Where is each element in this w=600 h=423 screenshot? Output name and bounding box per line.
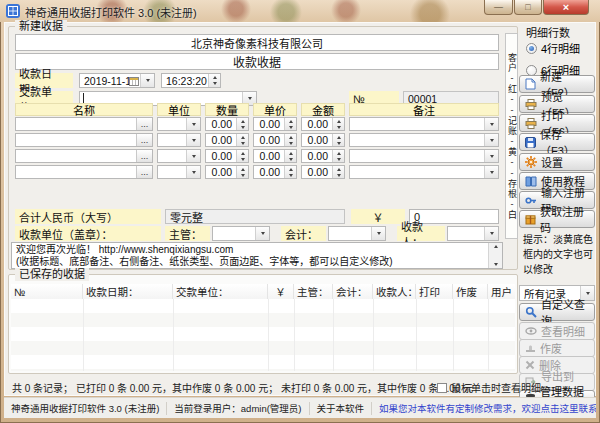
time-spinner[interactable]: 16:23:20: [161, 73, 221, 88]
col-payee[interactable]: 收款人：: [373, 284, 416, 299]
amount-spin-buttons[interactable]: [332, 134, 344, 146]
void-button[interactable]: 作废: [519, 339, 595, 357]
col-payer[interactable]: 交款单位：: [173, 284, 268, 299]
settings-button[interactable]: 设置: [519, 153, 595, 171]
accountant-combobox[interactable]: [328, 226, 386, 241]
unit-combobox[interactable]: [157, 165, 201, 179]
col-no[interactable]: №: [11, 284, 83, 299]
spinner-down-icon: [337, 126, 341, 129]
amount-spin-buttons[interactable]: [332, 166, 344, 178]
footer-note-textarea[interactable]: 欢迎您再次光临！ http://www.shenqixiangsu.com (收…: [11, 242, 503, 269]
saved-table-body[interactable]: [11, 299, 515, 371]
unit-dropdown-button[interactable]: [186, 134, 200, 146]
textarea-scrollbar[interactable]: [488, 243, 502, 268]
maximize-button[interactable]: □: [514, 0, 542, 15]
title-bar[interactable]: 神奇通用收据打印软件 3.0 (未注册) — □ ×: [0, 0, 600, 22]
company-title-input[interactable]: 北京神奇像素科技有限公司: [15, 34, 499, 51]
qty-spinner[interactable]: 0.00: [205, 165, 249, 179]
view-detail-on-click-checkbox[interactable]: 鼠标单击时查看明细: [437, 380, 541, 395]
spinner-down-icon: [337, 174, 341, 177]
qty-spin-buttons[interactable]: [236, 150, 248, 162]
time-spin-buttons[interactable]: [208, 74, 220, 87]
unit-dropdown-button[interactable]: [186, 118, 200, 130]
qty-spinner[interactable]: 0.00: [205, 149, 249, 163]
detail-row: ... 0.00 0.00 0.00: [15, 149, 499, 163]
col-user[interactable]: 用户: [488, 284, 515, 299]
amount-spinner[interactable]: 0.00: [301, 149, 345, 163]
remark-combobox[interactable]: [349, 117, 499, 131]
unit-dropdown-button[interactable]: [186, 150, 200, 162]
accountant-dropdown-button[interactable]: [371, 227, 385, 240]
qty-spin-buttons[interactable]: [236, 118, 248, 130]
receipt-title-value: 收款收据: [16, 53, 498, 70]
amount-spinner[interactable]: 0.00: [301, 165, 345, 179]
date-value: 2019-11-13: [80, 75, 129, 87]
price-spin-buttons[interactable]: [284, 150, 296, 162]
remark-combobox[interactable]: [349, 149, 499, 163]
price-spin-buttons[interactable]: [284, 166, 296, 178]
amount-spin-buttons[interactable]: [332, 118, 344, 130]
amount-spinner[interactable]: 0.00: [301, 117, 345, 131]
name-browse-button[interactable]: ...: [136, 166, 152, 178]
col-manager[interactable]: 主管：: [294, 284, 333, 299]
minimize-icon: —: [494, 2, 503, 12]
item-name-input[interactable]: ...: [15, 117, 153, 131]
close-button[interactable]: ×: [543, 0, 589, 15]
col-date[interactable]: 收款日期：: [83, 284, 173, 299]
get-license-button[interactable]: 获取注册码: [519, 210, 595, 228]
col-amount[interactable]: ￥: [268, 284, 294, 299]
unit-dropdown-button[interactable]: [186, 166, 200, 178]
view-detail-button[interactable]: 查看明细: [519, 322, 595, 340]
minimize-button[interactable]: —: [484, 0, 513, 15]
name-browse-button[interactable]: ...: [136, 118, 152, 130]
amount-spin-buttons[interactable]: [332, 150, 344, 162]
remark-combobox[interactable]: [349, 165, 499, 179]
radio-4-rows[interactable]: 4行明细: [526, 40, 580, 56]
status-about-link[interactable]: 关于本软件: [310, 402, 373, 415]
price-spin-buttons[interactable]: [284, 118, 296, 130]
chevron-down-icon: [490, 171, 494, 174]
status-contact-link[interactable]: 如果您对本软件有定制修改需求，欢迎点击这里联系我们: [372, 402, 596, 415]
unit-combobox[interactable]: [157, 133, 201, 147]
remark-dropdown-button[interactable]: [484, 134, 498, 146]
qty-spin-buttons[interactable]: [236, 134, 248, 146]
item-name-input[interactable]: ...: [15, 149, 153, 163]
total-cn-value: 零元整: [166, 209, 344, 225]
name-browse-button[interactable]: ...: [136, 134, 152, 146]
manager-combobox[interactable]: [212, 226, 270, 241]
remark-combobox[interactable]: [349, 133, 499, 147]
date-dropdown-button[interactable]: [140, 74, 154, 87]
item-name-input[interactable]: ...: [15, 165, 153, 179]
unit-combobox[interactable]: [157, 149, 201, 163]
chevron-down-icon: [248, 97, 252, 100]
app-window: 神奇通用收据打印软件 3.0 (未注册) — □ × 新建收据 北京神奇像素科技…: [0, 0, 600, 423]
receipt-title-input[interactable]: 收款收据: [15, 53, 499, 70]
payee-combobox[interactable]: [447, 226, 499, 241]
item-name-input[interactable]: ...: [15, 133, 153, 147]
remark-dropdown-button[interactable]: [484, 150, 498, 162]
price-spinner[interactable]: 0.00: [253, 149, 297, 163]
manager-dropdown-button[interactable]: [255, 227, 269, 240]
amount-spinner[interactable]: 0.00: [301, 133, 345, 147]
qty-spin-buttons[interactable]: [236, 166, 248, 178]
saved-receipts-group: 已保存的收据 № 收款日期： 交款单位： ￥ 主管： 会计： 收款人： 打印 作…: [8, 274, 518, 374]
save-button[interactable]: 保存（F3）: [519, 133, 595, 151]
price-spinner[interactable]: 0.00: [253, 165, 297, 179]
payee-dropdown-button[interactable]: [484, 227, 498, 240]
remark-dropdown-button[interactable]: [484, 118, 498, 130]
qty-spinner[interactable]: 0.00: [205, 117, 249, 131]
date-picker[interactable]: 2019-11-13: [79, 73, 155, 88]
price-spinner[interactable]: 0.00: [253, 133, 297, 147]
remark-dropdown-button[interactable]: [484, 166, 498, 178]
name-browse-button[interactable]: ...: [136, 150, 152, 162]
save-disk-icon: [525, 137, 536, 148]
col-accountant[interactable]: 会计：: [333, 284, 373, 299]
price-spin-buttons[interactable]: [284, 134, 296, 146]
qty-spinner[interactable]: 0.00: [205, 133, 249, 147]
col-printed[interactable]: 打印: [416, 284, 453, 299]
accountant-label: 会计：: [281, 226, 326, 241]
price-spinner[interactable]: 0.00: [253, 117, 297, 131]
unit-combobox[interactable]: [157, 117, 201, 131]
col-voided[interactable]: 作废: [453, 284, 488, 299]
custom-query-button[interactable]: 自定义查询: [519, 303, 595, 321]
